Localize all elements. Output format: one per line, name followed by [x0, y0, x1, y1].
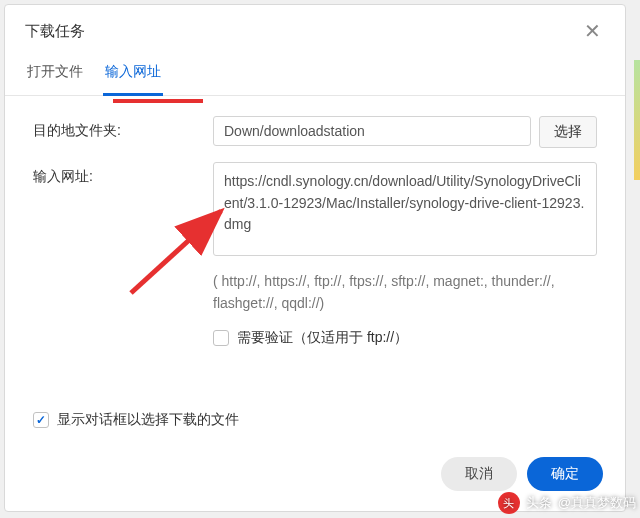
- attribution-overlay: 头 头条 @真真梦数码: [498, 492, 636, 514]
- form-area: 目的地文件夹: 选择 输入网址: https://cndl.synology.c…: [5, 96, 625, 405]
- need-auth-checkbox[interactable]: [213, 330, 229, 346]
- dialog-header: 下载任务 ✕: [5, 5, 625, 53]
- row-show-dialog: 显示对话框以选择下载的文件: [5, 411, 625, 429]
- tab-enter-url[interactable]: 输入网址: [103, 53, 163, 96]
- background-edge: [634, 60, 640, 180]
- row-destination: 目的地文件夹: 选择: [33, 116, 597, 148]
- ok-button[interactable]: 确定: [527, 457, 603, 491]
- cancel-button[interactable]: 取消: [441, 457, 517, 491]
- need-auth-label: 需要验证（仅适用于 ftp://）: [237, 329, 408, 347]
- attribution-name: @真真梦数码: [558, 494, 636, 512]
- label-destination: 目的地文件夹:: [33, 116, 213, 140]
- avatar-icon: 头: [498, 492, 520, 514]
- destination-input[interactable]: [213, 116, 531, 146]
- attribution-prefix: 头条: [526, 494, 552, 512]
- label-url: 输入网址:: [33, 162, 213, 186]
- show-dialog-checkbox[interactable]: [33, 412, 49, 428]
- download-task-dialog: 下载任务 ✕ 打开文件 输入网址 目的地文件夹: 选择 输入网址: https:…: [4, 4, 626, 512]
- dialog-title: 下载任务: [25, 22, 85, 41]
- close-icon[interactable]: ✕: [580, 19, 605, 43]
- show-dialog-label: 显示对话框以选择下载的文件: [57, 411, 239, 429]
- url-textarea[interactable]: https://cndl.synology.cn/download/Utilit…: [213, 162, 597, 256]
- tab-bar: 打开文件 输入网址: [5, 53, 625, 96]
- tab-open-file[interactable]: 打开文件: [25, 53, 85, 96]
- row-need-auth: 需要验证（仅适用于 ftp://）: [213, 329, 597, 347]
- protocols-hint: ( http://, https://, ftp://, ftps://, sf…: [213, 270, 597, 315]
- select-folder-button[interactable]: 选择: [539, 116, 597, 148]
- row-url: 输入网址: https://cndl.synology.cn/download/…: [33, 162, 597, 256]
